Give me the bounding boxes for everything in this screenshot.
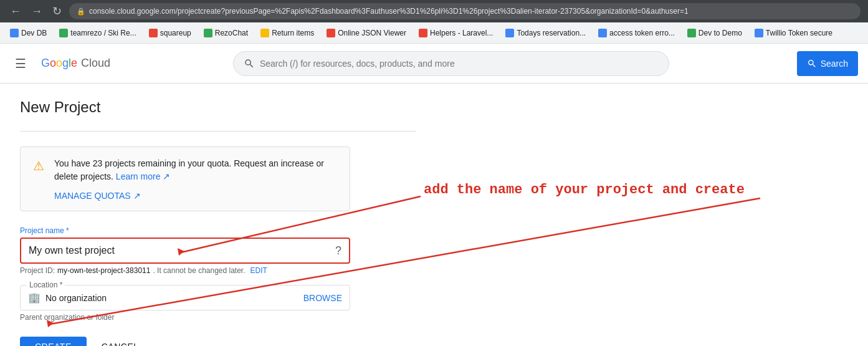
page-title: New Project xyxy=(20,99,416,116)
logo-cloud-text: Cloud xyxy=(81,57,110,70)
create-button[interactable]: CREATE xyxy=(20,337,87,346)
search-btn-label: Search xyxy=(821,59,848,69)
alert-warning-icon: ⚠ xyxy=(33,158,44,173)
bookmark-favicon xyxy=(204,29,212,37)
search-icon-bar xyxy=(244,58,255,69)
bookmark-favicon xyxy=(327,29,335,37)
bookmark-favicon xyxy=(10,29,19,37)
search-bar xyxy=(233,51,669,76)
refresh-button[interactable]: ↻ xyxy=(50,4,64,18)
bookmark-label: Dev DB xyxy=(21,29,47,37)
search-bar-container xyxy=(233,51,669,76)
bookmark-label: teamrezo / Ski Re... xyxy=(70,29,136,37)
location-field-wrapper: Location * 🏢 No organization BROWSE xyxy=(20,285,350,310)
browser-chrome: ← → ↻ 🔒 console.cloud.google.com/project… xyxy=(0,0,868,22)
project-id-text: Project ID: my-own-test-project-383011 .… xyxy=(20,266,416,275)
url-bar[interactable]: 🔒 console.cloud.google.com/projectcreate… xyxy=(69,3,861,19)
bookmark-return-items[interactable]: Return items xyxy=(255,27,319,39)
google-cloud-logo[interactable]: Google Cloud xyxy=(41,57,110,70)
lock-icon: 🔒 xyxy=(77,7,85,16)
bookmark-favicon xyxy=(419,29,427,37)
main-content: New Project ⚠ You have 23 projects remai… xyxy=(0,84,436,346)
location-inner: 🏢 No organization BROWSE xyxy=(21,286,350,310)
bookmark-label: squareup xyxy=(160,29,191,37)
bookmark-label: Twillio Token secure xyxy=(766,29,832,37)
bookmark-label: Helpers - Laravel... xyxy=(430,29,493,37)
bookmark-label: Online JSON Viewer xyxy=(338,29,406,37)
bookmark-helpers-laravel[interactable]: Helpers - Laravel... xyxy=(414,27,498,39)
bookmark-json-viewer[interactable]: Online JSON Viewer xyxy=(322,27,411,39)
project-name-field-wrapper: ? xyxy=(20,238,350,264)
bookmark-devdb[interactable]: Dev DB xyxy=(5,27,52,39)
project-name-label: Project name * xyxy=(20,226,416,235)
cancel-button[interactable]: CANCEL xyxy=(92,337,149,346)
help-icon[interactable]: ? xyxy=(328,244,349,257)
search-button[interactable]: Search xyxy=(797,51,858,76)
organization-icon: 🏢 xyxy=(28,292,41,304)
quota-alert: ⚠ You have 23 projects remaining in your… xyxy=(20,147,350,211)
forward-button[interactable]: → xyxy=(29,4,45,18)
bookmark-favicon xyxy=(260,29,269,37)
bookmark-label: access token erro... xyxy=(609,29,675,37)
bookmark-squareup[interactable]: squareup xyxy=(144,27,196,39)
bookmark-favicon xyxy=(755,29,763,37)
logo-google-text: Google xyxy=(41,57,77,70)
bookmarks-bar: Dev DB teamrezo / Ski Re... squareup Rez… xyxy=(0,22,868,44)
alert-text: You have 23 projects remaining in your q… xyxy=(54,157,337,183)
location-group: Location * 🏢 No organization BROWSE Pare… xyxy=(20,285,416,322)
browse-button[interactable]: BROWSE xyxy=(303,293,342,303)
action-buttons: CREATE CANCEL xyxy=(20,337,416,346)
bookmark-dev-to-demo[interactable]: Dev to Demo xyxy=(682,27,747,39)
alert-content: You have 23 projects remaining in your q… xyxy=(54,157,337,201)
location-label: Location * xyxy=(27,281,65,289)
location-value: 🏢 No organization xyxy=(28,292,107,304)
bookmark-access-token[interactable]: access token erro... xyxy=(593,27,680,39)
gcp-header: ☰ Google Cloud Search xyxy=(0,44,868,84)
edit-project-id-link[interactable]: EDIT xyxy=(250,266,267,275)
bookmark-twillio[interactable]: Twillio Token secure xyxy=(750,27,837,39)
bookmark-favicon xyxy=(598,29,607,37)
bookmark-label: Return items xyxy=(272,29,314,37)
bookmark-favicon xyxy=(59,29,68,37)
hamburger-menu-icon[interactable]: ☰ xyxy=(10,51,31,76)
bookmark-teamrezo[interactable]: teamrezo / Ski Re... xyxy=(54,27,141,39)
bookmark-label: Dev to Demo xyxy=(699,29,742,37)
parent-org-hint: Parent organization or folder xyxy=(20,313,416,322)
bookmark-todays-reservation[interactable]: Todays reservation... xyxy=(500,27,591,39)
project-name-input[interactable] xyxy=(21,239,328,262)
bookmark-favicon xyxy=(149,29,158,37)
annotation-text: add the name of your project and create xyxy=(424,182,745,198)
manage-quotas-link[interactable]: MANAGE QUOTAS ↗ xyxy=(54,191,337,201)
bookmark-favicon xyxy=(687,29,696,37)
page-divider xyxy=(20,131,416,132)
url-text: console.cloud.google.com/projectcreate?p… xyxy=(89,7,689,16)
search-input[interactable] xyxy=(260,59,659,69)
back-button[interactable]: ← xyxy=(7,4,24,18)
learn-more-link[interactable]: Learn more ↗ xyxy=(116,171,170,181)
bookmark-label: Todays reservation... xyxy=(517,29,586,37)
bookmark-label: RezoChat xyxy=(215,29,248,37)
bookmark-favicon xyxy=(505,29,514,37)
search-btn-icon xyxy=(807,59,817,69)
bookmark-rezochat[interactable]: RezoChat xyxy=(199,27,253,39)
project-name-group: Project name * ? Project ID: my-own-test… xyxy=(20,226,416,275)
